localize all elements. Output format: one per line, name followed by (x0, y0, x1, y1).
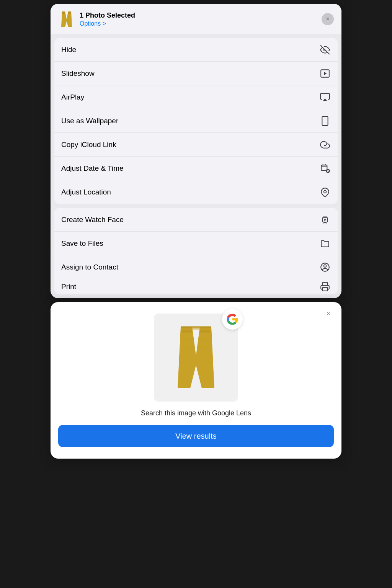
menu-item-print-partial[interactable]: Print (54, 279, 338, 294)
menu-item-airplay[interactable]: AirPlay (54, 85, 338, 109)
svg-rect-6 (321, 165, 327, 170)
view-results-button[interactable]: View results (58, 425, 334, 447)
view-results-label: View results (175, 432, 216, 441)
header-text: 1 Photo Selected Options > (80, 11, 322, 27)
menu-item-slideshow[interactable]: Slideshow (54, 62, 338, 85)
lens-content: Search this image with Google Lens View … (58, 310, 334, 447)
pants-header-icon (58, 11, 75, 28)
share-header: 1 Photo Selected Options > × (51, 4, 341, 34)
google-lens-panel: × (51, 302, 341, 459)
lens-panel-close-button[interactable]: × (323, 308, 334, 319)
menu-item-wallpaper[interactable]: Use as Wallpaper (54, 109, 338, 133)
location-pin-icon (319, 186, 331, 198)
svg-marker-2 (324, 72, 327, 75)
lens-description: Search this image with Google Lens (141, 409, 251, 417)
google-badge (222, 309, 243, 330)
header-title: 1 Photo Selected (80, 11, 322, 20)
airplay-icon (319, 91, 331, 103)
person-circle-icon (319, 261, 331, 273)
menu-item-assign-to-contact[interactable]: Assign to Contact (54, 255, 338, 279)
folder-icon (319, 238, 331, 249)
svg-rect-4 (322, 116, 328, 126)
header-options[interactable]: Options > (80, 20, 322, 27)
eye-slash-icon (319, 44, 331, 56)
svg-marker-3 (323, 98, 327, 101)
printer-icon (319, 281, 331, 292)
svg-rect-14 (181, 326, 211, 328)
phone-container: 1 Photo Selected Options > × Hide Slides… (24, 0, 368, 459)
calendar-clock-icon (319, 163, 331, 174)
menu-item-adjust-location[interactable]: Adjust Location (54, 180, 338, 204)
menu-item-hide[interactable]: Hide (54, 38, 338, 62)
menu-section-1: Hide Slideshow AirPlay (54, 38, 338, 204)
menu-section-2: Create Watch Face Save to Files (54, 208, 338, 294)
svg-point-12 (324, 265, 327, 267)
svg-point-8 (324, 191, 327, 193)
menu-item-adjust-date[interactable]: Adjust Date & Time (54, 157, 338, 180)
cloud-link-icon (319, 139, 331, 150)
svg-rect-13 (323, 287, 328, 291)
menu-item-icloud-link[interactable]: Copy iCloud Link (54, 133, 338, 157)
header-close-button[interactable]: × (322, 13, 334, 25)
play-square-icon (319, 68, 331, 79)
menu-item-create-watch-face[interactable]: Create Watch Face (54, 208, 338, 232)
watch-icon (319, 214, 331, 225)
share-sheet: 1 Photo Selected Options > × Hide Slides… (51, 4, 341, 298)
phone-icon (319, 115, 331, 127)
menu-item-save-to-files[interactable]: Save to Files (54, 232, 338, 255)
lens-image-container (154, 314, 238, 402)
